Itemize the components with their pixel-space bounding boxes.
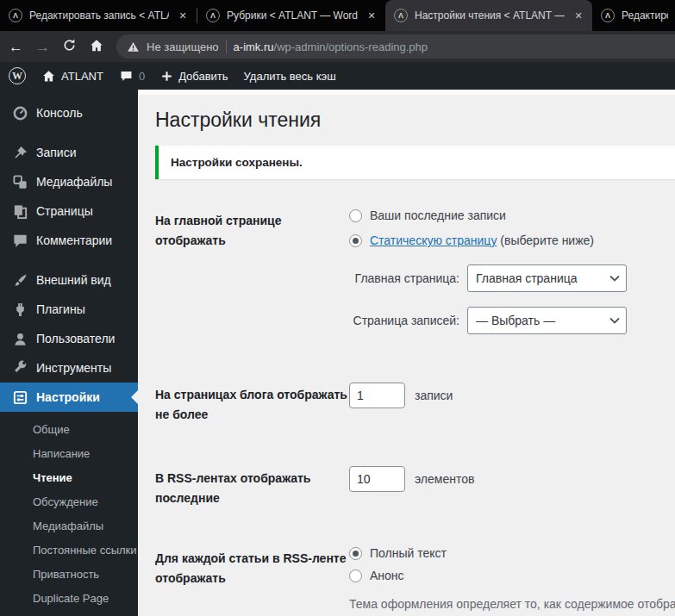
wordpress-logo-icon: W [9, 67, 26, 84]
back-icon[interactable]: ← [9, 40, 23, 54]
settings-reading-page: Настройки чтения Настройки сохранены. На… [138, 90, 675, 616]
chevron-down-icon [609, 317, 620, 324]
submenu-item-reading[interactable]: Чтение [0, 465, 138, 489]
latest-posts-option[interactable]: Ваши последние записи [349, 208, 675, 222]
clear-cache-menu[interactable]: Удалить весь кэш [244, 70, 336, 83]
front-page-label: На главной странице отображать [155, 208, 349, 334]
tab-title: Редактировать запись < ATLANT [622, 9, 668, 22]
browser-tab-4[interactable]: Λ Редактировать запись < ATLANT [592, 0, 675, 31]
home-icon[interactable] [89, 38, 104, 56]
tab-title: Настройки чтения < ATLANT — WordPress [415, 9, 565, 22]
rss-content-label: Для каждой статьи в RSS-ленте отображать [155, 546, 349, 616]
media-icon [11, 173, 28, 190]
sidebar-item-label: Инструменты [36, 361, 111, 375]
sidebar-item-users[interactable]: Пользователи [0, 324, 138, 353]
sidebar-item-posts[interactable]: Записи [0, 138, 138, 167]
not-secure-warning-icon[interactable] [127, 40, 140, 53]
sidebar-item-plugins[interactable]: Плагины [0, 295, 138, 324]
posts-per-page-input[interactable] [349, 383, 405, 408]
posts-page-select-value: — Выбрать — [476, 314, 555, 327]
sidebar-item-label: Медиафайлы [36, 175, 112, 189]
submenu-item-media[interactable]: Медиафайлы [0, 513, 138, 538]
submenu-item-permalinks[interactable]: Постоянные ссылки [0, 538, 138, 562]
paintbrush-icon [11, 271, 28, 289]
tab-close-icon[interactable]: ✕ [365, 9, 378, 22]
static-page-link[interactable]: Статическую страницу [370, 233, 497, 247]
sidebar-item-label: Консоль [36, 106, 83, 120]
home-icon [41, 69, 56, 84]
site-favicon: Λ [206, 9, 220, 22]
wp-admin-menu: Консоль Записи Медиафайлы Страницы Комме… [0, 90, 138, 616]
chevron-down-icon [609, 275, 620, 282]
full-text-option[interactable]: Полный текст [349, 546, 675, 560]
reload-icon[interactable] [62, 38, 77, 55]
browser-tab-2[interactable]: Λ Рубрики < ATLANT — WordPress ✕ [197, 0, 385, 31]
posts-page-select-row: Страница записей: — Выбрать — [349, 307, 675, 334]
front-page-row: На главной странице отображать Ваши посл… [155, 208, 675, 334]
rss-content-row: Для каждой статьи в RSS-ленте отображать… [155, 546, 675, 616]
add-new-menu[interactable]: Добавить [160, 70, 228, 83]
pushpin-icon [11, 144, 28, 161]
radio-checked-icon[interactable] [349, 234, 362, 247]
url-text: a-imk.ru/wp-admin/options-reading.php [234, 40, 428, 53]
tab-title: Редактировать запись < ATLANT [29, 9, 169, 22]
browser-tab-strip: Λ Редактировать запись < ATLANT ✕ Λ Рубр… [0, 0, 675, 31]
front-page-select-value: Главная страница [476, 271, 578, 285]
clear-cache-label: Удалить весь кэш [244, 70, 336, 83]
summary-option-label: Анонс [370, 569, 404, 582]
sidebar-item-settings[interactable]: Настройки [0, 383, 138, 412]
summary-option[interactable]: Анонс [349, 569, 675, 582]
reading-settings-form: На главной странице отображать Ваши посл… [155, 208, 675, 616]
posts-page-select-label: Страница записей: [349, 314, 459, 327]
wrench-icon [11, 359, 28, 376]
url-domain: a-imk.ru [234, 40, 274, 53]
submenu-item-general[interactable]: Общие [0, 417, 138, 441]
submenu-item-duplicate-page[interactable]: Duplicate Page [0, 586, 138, 610]
comment-icon [11, 232, 28, 249]
radio-unchecked-icon[interactable] [349, 569, 362, 582]
wp-logo-menu[interactable]: W [9, 67, 26, 84]
browser-tab-1[interactable]: Λ Редактировать запись < ATLANT ✕ [0, 0, 197, 31]
rss-items-suffix: элементов [415, 472, 474, 486]
plus-icon [160, 70, 173, 83]
submenu-item-discussion[interactable]: Обсуждение [0, 489, 138, 513]
static-page-option[interactable]: Статическую страницу (выберите ниже) [349, 233, 675, 247]
security-label: Не защищено [147, 40, 219, 53]
add-new-label: Добавить [178, 70, 228, 83]
blog-pages-row: На страницах блога отображать не более з… [155, 383, 675, 425]
tab-close-icon[interactable]: ✕ [176, 9, 190, 22]
static-page-suffix: (выберите ниже) [500, 233, 594, 247]
radio-unchecked-icon[interactable] [349, 209, 362, 222]
comments-menu[interactable]: 0 [119, 69, 145, 84]
plugin-icon [11, 301, 28, 318]
settings-saved-notice: Настройки сохранены. [155, 146, 675, 179]
sidebar-item-appearance[interactable]: Внешний вид [0, 265, 138, 295]
browser-tab-active[interactable]: Λ Настройки чтения < ATLANT — WordPress … [385, 0, 592, 31]
sidebar-item-media[interactable]: Медиафайлы [0, 167, 138, 196]
submenu-item-writing[interactable]: Написание [0, 441, 138, 465]
submenu-item-privacy[interactable]: Приватность [0, 562, 138, 586]
front-page-select[interactable]: Главная страница [467, 264, 627, 292]
sidebar-item-pages[interactable]: Страницы [0, 196, 138, 226]
dashboard-icon [11, 104, 28, 121]
settings-icon [11, 389, 28, 406]
sidebar-item-tools[interactable]: Инструменты [0, 353, 138, 383]
tab-close-icon[interactable]: ✕ [572, 9, 585, 22]
address-bar[interactable]: Не защищено a-imk.ru/wp-admin/options-re… [116, 34, 675, 59]
blog-pages-label: На страницах блога отображать не более [155, 383, 349, 425]
static-page-option-label: Статическую страницу (выберите ниже) [370, 233, 594, 247]
radio-checked-icon[interactable] [349, 547, 362, 560]
tab-title: Рубрики < ATLANT — WordPress [227, 9, 358, 22]
sidebar-item-label: Комментарии [36, 233, 112, 247]
site-name-label: ATLANT [61, 70, 103, 83]
forward-icon[interactable]: → [35, 40, 50, 54]
sidebar-item-comments[interactable]: Комментарии [0, 226, 138, 255]
sidebar-item-dashboard[interactable]: Консоль [0, 98, 138, 128]
sidebar-item-label: Плагины [36, 302, 85, 316]
comment-bubble-icon [119, 69, 134, 84]
rss-items-input[interactable] [349, 466, 405, 492]
site-name-menu[interactable]: ATLANT [41, 69, 103, 84]
posts-page-select[interactable]: — Выбрать — [467, 307, 627, 334]
url-path: /wp-admin/options-reading.php [274, 40, 428, 53]
full-text-option-label: Полный текст [370, 546, 447, 560]
